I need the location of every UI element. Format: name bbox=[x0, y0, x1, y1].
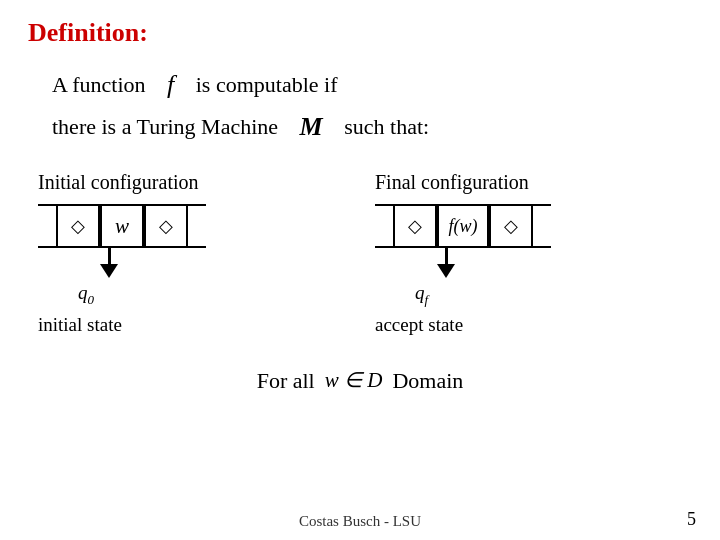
footer-credit: Costas Busch - LSU bbox=[299, 513, 421, 530]
final-state-label: qf bbox=[415, 282, 428, 308]
initial-tape-cell-2: w bbox=[100, 204, 144, 248]
footer: Costas Busch - LSU bbox=[0, 513, 720, 530]
def-line2-pre: there is a Turing Machine bbox=[52, 109, 278, 144]
initial-state-label: q0 bbox=[78, 282, 94, 308]
initial-arrow bbox=[100, 248, 118, 278]
initial-tape: ◇ w ◇ bbox=[38, 204, 206, 248]
definition-line1: A function f is computable if bbox=[52, 64, 692, 106]
final-tape-cell-1: ◇ bbox=[393, 204, 437, 248]
definition-block: A function f is computable if there is a… bbox=[28, 64, 692, 147]
initial-tape-section: ◇ w ◇ q0 bbox=[38, 204, 206, 308]
function-symbol: f bbox=[167, 64, 174, 106]
initial-config-label: Initial configuration bbox=[38, 171, 199, 194]
page: Definition: A function f is computable i… bbox=[0, 0, 720, 540]
final-tape-section: ◇ f(w) ◇ bbox=[375, 204, 551, 308]
final-config-block: Final configuration ◇ f(w) ◇ bbox=[355, 171, 692, 336]
definition-line2: there is a Turing Machine M such that: bbox=[52, 106, 692, 148]
initial-config-block: Initial configuration ◇ w ◇ bbox=[38, 171, 355, 336]
bottom-row: For all w ∈ D Domain bbox=[28, 368, 692, 394]
initial-tape-left-ext bbox=[38, 204, 56, 248]
set-notation: w ∈ D bbox=[325, 368, 383, 393]
final-tape-right-ext bbox=[533, 204, 551, 248]
page-title: Definition: bbox=[28, 18, 692, 48]
initial-tape-right-ext bbox=[188, 204, 206, 248]
def-line1-pre: A function bbox=[52, 67, 146, 102]
def-line1-post: is computable if bbox=[196, 67, 338, 102]
final-state-text: accept state bbox=[375, 314, 463, 336]
initial-tape-cell-3: ◇ bbox=[144, 204, 188, 248]
final-tape: ◇ f(w) ◇ bbox=[375, 204, 551, 248]
final-config-label: Final configuration bbox=[375, 171, 529, 194]
domain-text: Domain bbox=[392, 368, 463, 394]
initial-tape-cell-1: ◇ bbox=[56, 204, 100, 248]
final-tape-cell-2: f(w) bbox=[437, 204, 489, 248]
final-tape-cell-3: ◇ bbox=[489, 204, 533, 248]
final-tape-left-ext bbox=[375, 204, 393, 248]
final-arrow bbox=[437, 248, 455, 278]
configs-row: Initial configuration ◇ w ◇ bbox=[28, 171, 692, 336]
machine-symbol: M bbox=[300, 106, 323, 148]
for-all-text: For all bbox=[257, 368, 315, 394]
initial-state-text: initial state bbox=[38, 314, 122, 336]
page-number: 5 bbox=[687, 509, 696, 530]
def-line2-post: such that: bbox=[344, 109, 429, 144]
